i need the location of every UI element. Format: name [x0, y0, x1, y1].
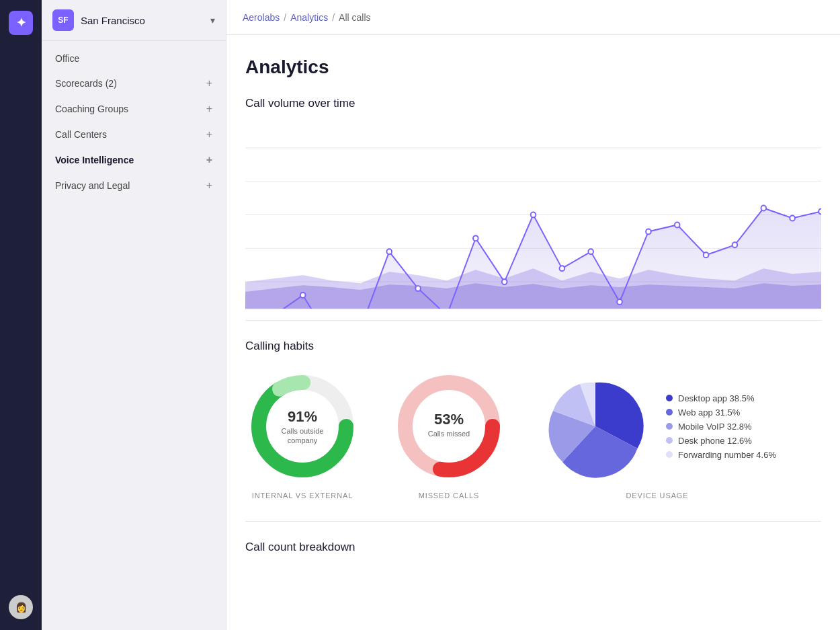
internal-external-label: INTERNAL VS EXTERNAL: [252, 491, 353, 500]
main-area: Aerolabs / Analytics / All calls Analyti…: [226, 0, 840, 630]
pie-svg-device: [538, 369, 653, 483]
breadcrumb-sep: /: [332, 12, 335, 23]
svg-point-23: [761, 206, 766, 211]
svg-point-21: [704, 252, 709, 258]
breadcrumb-current: All calls: [339, 12, 370, 23]
donut-svg-internal: 91% Calls outside company: [245, 369, 360, 483]
svg-text:Calls missed: Calls missed: [428, 430, 470, 438]
call-volume-chart: [245, 121, 821, 309]
svg-point-13: [473, 235, 478, 241]
charts-row: 91% Calls outside company INTERNAL VS EX…: [245, 369, 821, 500]
app-logo: ✦: [9, 11, 33, 35]
donut-svg-missed: 53% Calls missed: [392, 369, 506, 483]
sidebar-nav: Office Scorecards (2) + Coaching Groups …: [42, 41, 226, 204]
content-area: Analytics Call volume over time: [226, 35, 840, 630]
sidebar-item-office[interactable]: Office: [42, 46, 226, 71]
legend-item: Mobile VoIP 32.8%: [666, 422, 776, 432]
svg-point-7: [300, 292, 306, 298]
sidebar-item-label: Privacy and Legal: [55, 180, 130, 191]
page-title: Analytics: [245, 56, 821, 78]
left-rail: ✦ 👩: [0, 0, 42, 630]
plus-icon: +: [206, 180, 212, 192]
legend-dot: [666, 395, 673, 401]
svg-text:53%: 53%: [434, 411, 464, 428]
plus-icon: +: [206, 103, 212, 115]
plus-icon: +: [206, 77, 212, 89]
svg-point-22: [732, 242, 738, 247]
svg-point-17: [588, 249, 593, 254]
legend-dot: [666, 423, 673, 430]
legend-text: Forwarding number 4.6%: [678, 450, 776, 460]
sidebar: SF San Francisco ▾ Office Scorecards (2)…: [42, 0, 226, 630]
legend-dot: [666, 409, 673, 416]
legend-text: Web app 31.5%: [678, 407, 740, 418]
legend-dot: [666, 451, 673, 458]
internal-external-chart: 91% Calls outside company INTERNAL VS EX…: [245, 369, 360, 500]
sidebar-item-scorecards[interactable]: Scorecards (2) +: [42, 71, 226, 96]
legend-text: Desk phone 12.6%: [678, 436, 752, 446]
legend-item: Desktop app 38.5%: [666, 393, 776, 403]
legend-item: Desk phone 12.6%: [666, 436, 776, 446]
svg-point-16: [560, 266, 565, 271]
plus-icon: +: [206, 154, 212, 166]
topbar: Aerolabs / Analytics / All calls: [226, 0, 840, 35]
svg-point-10: [386, 249, 392, 254]
svg-point-18: [617, 299, 622, 305]
legend-item: Web app 31.5%: [666, 407, 776, 418]
sidebar-item-coaching-groups[interactable]: Coaching Groups +: [42, 96, 226, 122]
call-count-title: Call count breakdown: [245, 541, 821, 554]
section-divider-2: [245, 521, 821, 522]
sidebar-item-label: Coaching Groups: [55, 104, 128, 114]
svg-text:company: company: [288, 436, 318, 444]
svg-text:Calls outside: Calls outside: [282, 427, 324, 435]
legend-item: Forwarding number 4.6%: [666, 450, 776, 460]
sidebar-item-label: Voice Intelligence: [55, 155, 134, 165]
svg-point-25: [818, 209, 821, 214]
device-usage-label: DEVICE USAGE: [626, 491, 688, 500]
svg-point-14: [502, 279, 507, 284]
chevron-down-icon: ▾: [210, 15, 215, 26]
svg-point-24: [790, 215, 795, 221]
calling-habits-section: Calling habits 91% Calls outside company: [245, 340, 821, 500]
missed-calls-chart: 53% Calls missed MISSED CALLS: [392, 369, 506, 500]
org-name: San Francisco: [81, 15, 204, 26]
svg-text:91%: 91%: [288, 408, 317, 425]
sidebar-item-privacy-legal[interactable]: Privacy and Legal +: [42, 173, 226, 198]
legend-dot: [666, 437, 673, 444]
svg-point-19: [646, 229, 651, 234]
user-avatar[interactable]: 👩: [9, 595, 33, 619]
sidebar-item-label: Call Centers: [55, 129, 107, 140]
chart-svg: [245, 121, 821, 309]
sidebar-item-voice-intelligence[interactable]: Voice Intelligence +: [42, 147, 226, 173]
chart-section-title: Call volume over time: [245, 97, 821, 110]
breadcrumb-sep: /: [284, 12, 286, 23]
org-avatar: SF: [52, 9, 74, 31]
breadcrumb-analytics[interactable]: Analytics: [290, 12, 328, 23]
sidebar-item-label: Office: [55, 53, 79, 64]
missed-calls-label: MISSED CALLS: [419, 491, 480, 500]
svg-point-15: [531, 212, 536, 218]
calling-habits-title: Calling habits: [245, 340, 821, 353]
breadcrumb-aerolabs[interactable]: Aerolabs: [243, 12, 280, 23]
device-usage-chart: Desktop app 38.5% Web app 31.5% Mobile V…: [538, 369, 776, 500]
sidebar-item-label: Scorecards (2): [55, 78, 117, 89]
svg-point-11: [415, 286, 421, 291]
legend-text: Mobile VoIP 32.8%: [678, 422, 752, 432]
org-header[interactable]: SF San Francisco ▾: [42, 0, 226, 41]
sidebar-item-call-centers[interactable]: Call Centers +: [42, 122, 226, 147]
device-legend: Desktop app 38.5% Web app 31.5% Mobile V…: [666, 393, 776, 460]
legend-text: Desktop app 38.5%: [678, 393, 754, 403]
plus-icon: +: [206, 128, 212, 141]
svg-point-20: [675, 222, 680, 227]
section-divider: [245, 320, 821, 321]
